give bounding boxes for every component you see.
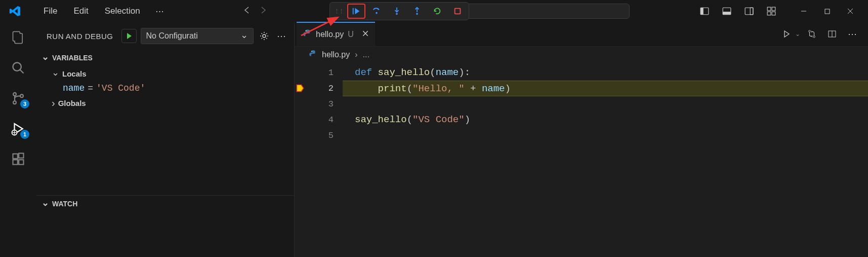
code-line-current: print("Hello, " + name) xyxy=(343,81,868,96)
scm-badge: 3 xyxy=(20,99,29,108)
layout-panel-left-icon[interactable] xyxy=(695,4,714,19)
vscode-logo-icon xyxy=(9,5,21,17)
chevron-down-icon xyxy=(42,198,49,209)
chevron-down-icon xyxy=(42,52,49,63)
svg-rect-6 xyxy=(767,7,771,11)
debug-step-out-button[interactable] xyxy=(408,4,426,19)
layout-panel-right-icon[interactable] xyxy=(739,4,759,19)
nav-back-icon[interactable] xyxy=(242,5,252,18)
breadcrumb-file: hello.py xyxy=(322,50,350,59)
svg-rect-8 xyxy=(767,12,771,15)
code-line: say_hello("VS Code") xyxy=(343,112,868,128)
git-compare-icon[interactable] xyxy=(803,26,820,42)
variables-section-header[interactable]: VARIABLES xyxy=(36,50,294,66)
variables-label: VARIABLES xyxy=(52,54,93,62)
activity-extensions[interactable] xyxy=(10,151,26,167)
debug-step-over-button[interactable] xyxy=(367,4,386,19)
chevron-down-icon xyxy=(240,30,248,42)
debug-continue-button[interactable] xyxy=(347,4,365,19)
code-editor[interactable]: 1 2 3 4 5 def say_hello(name): print("He… xyxy=(295,63,868,257)
tab-close-icon[interactable] xyxy=(362,30,369,39)
code-content[interactable]: def say_hello(name): print("Hello, " + n… xyxy=(343,65,868,257)
code-line xyxy=(343,128,868,143)
activity-run-debug[interactable]: 1 xyxy=(10,121,26,137)
debug-badge: 1 xyxy=(20,130,29,139)
editor-more-actions[interactable]: ⋯ xyxy=(844,26,861,42)
nav-history xyxy=(242,5,268,18)
breadcrumb-more: ... xyxy=(362,50,369,59)
line-number: 1 xyxy=(305,65,343,81)
menu-selection[interactable]: Selection xyxy=(97,3,148,19)
window-maximize[interactable] xyxy=(815,2,839,20)
var-eq: = xyxy=(88,83,93,93)
run-button[interactable] xyxy=(778,26,795,42)
debug-toolbar[interactable]: ⋮⋮ xyxy=(329,2,469,20)
run-debug-sidebar: RUN AND DEBUG No Configurati ⋯ VARIABLES… xyxy=(36,22,295,257)
variables-locals-group[interactable]: Locals xyxy=(36,66,294,81)
svg-point-35 xyxy=(306,30,307,31)
sidebar-header: RUN AND DEBUG No Configurati ⋯ xyxy=(36,22,294,50)
activity-explorer[interactable] xyxy=(10,29,26,46)
svg-rect-3 xyxy=(723,12,731,15)
svg-point-17 xyxy=(396,13,398,15)
editor-tab-hello-py[interactable]: hello.py U xyxy=(297,22,375,46)
svg-rect-14 xyxy=(353,8,354,15)
glyph-margin xyxy=(295,65,305,257)
svg-rect-11 xyxy=(825,9,830,14)
editor-area: hello.py U ⌄ ⋯ hello.py › ... xyxy=(295,22,868,257)
debug-settings-gear-icon[interactable] xyxy=(258,31,271,41)
variables-globals-group[interactable]: Globals xyxy=(36,95,294,111)
split-editor-icon[interactable] xyxy=(823,26,841,42)
debug-stop-button[interactable] xyxy=(448,4,467,19)
menu-file[interactable]: File xyxy=(35,3,65,19)
debug-restart-button[interactable] xyxy=(428,4,446,19)
svg-rect-9 xyxy=(772,12,775,15)
debug-config-select[interactable]: No Configurati xyxy=(141,28,254,44)
code-line xyxy=(343,96,868,112)
debug-config-label: No Configurati xyxy=(146,31,198,41)
window-close[interactable] xyxy=(839,2,862,20)
activity-bar: 3 1 xyxy=(0,22,36,257)
menu-more[interactable]: ⋯ xyxy=(148,3,171,20)
svg-point-25 xyxy=(13,101,16,104)
svg-point-15 xyxy=(376,12,378,14)
svg-rect-7 xyxy=(772,7,775,11)
svg-rect-20 xyxy=(455,9,461,14)
code-line: def say_hello(name): xyxy=(343,65,868,81)
svg-point-42 xyxy=(311,51,312,52)
var-value: 'VS Code' xyxy=(96,83,145,93)
sidebar-more-actions[interactable]: ⋯ xyxy=(275,30,288,42)
debug-step-into-button[interactable] xyxy=(388,4,406,19)
start-debugging-button[interactable] xyxy=(121,29,137,43)
menu-edit[interactable]: Edit xyxy=(65,3,96,19)
svg-rect-4 xyxy=(745,8,753,15)
drag-handle-icon[interactable]: ⋮⋮ xyxy=(332,8,345,15)
watch-section-header[interactable]: WATCH xyxy=(36,195,294,211)
line-number: 5 xyxy=(305,128,343,143)
svg-point-38 xyxy=(809,30,811,32)
activity-source-control[interactable]: 3 xyxy=(10,90,26,106)
chevron-down-icon[interactable]: ⌄ xyxy=(795,30,800,38)
activity-search[interactable] xyxy=(10,60,26,76)
python-file-icon xyxy=(303,29,312,40)
line-numbers: 1 2 3 4 5 xyxy=(305,65,343,257)
svg-point-39 xyxy=(813,36,815,38)
svg-rect-30 xyxy=(13,154,18,159)
chevron-down-icon xyxy=(52,68,59,79)
svg-point-34 xyxy=(263,34,266,38)
window-minimize[interactable] xyxy=(792,2,815,20)
line-number: 4 xyxy=(305,112,343,128)
line-number: 3 xyxy=(305,96,343,112)
layout-customize-icon[interactable] xyxy=(762,4,781,19)
svg-rect-33 xyxy=(19,153,23,158)
nav-forward-icon[interactable] xyxy=(258,5,268,18)
layout-panel-bottom-icon[interactable] xyxy=(717,4,736,19)
breadcrumb[interactable]: hello.py › ... xyxy=(295,47,868,63)
svg-rect-1 xyxy=(700,8,704,15)
svg-point-24 xyxy=(13,93,16,96)
editor-tab-actions: ⌄ ⋯ xyxy=(778,22,868,46)
title-bar-right xyxy=(695,2,862,20)
svg-line-23 xyxy=(20,70,24,74)
variable-name-row[interactable]: name = 'VS Code' xyxy=(36,81,294,95)
tab-modified-indicator: U xyxy=(348,30,354,39)
